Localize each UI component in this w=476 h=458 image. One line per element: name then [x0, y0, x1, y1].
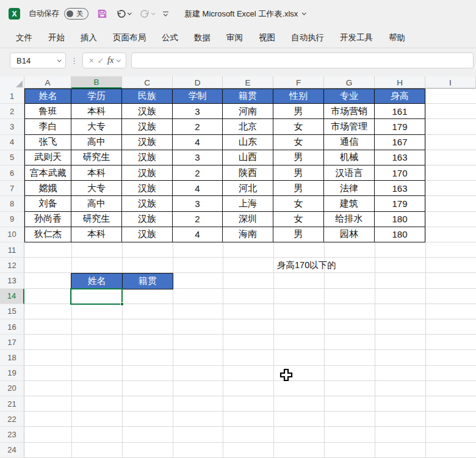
row-header-16[interactable]: 16	[0, 319, 24, 335]
cell-A3[interactable]: 李白	[24, 119, 71, 134]
cell-F9[interactable]: 女	[273, 212, 324, 227]
cell-H4[interactable]: 167	[375, 135, 425, 150]
row-header-6[interactable]: 6	[0, 165, 24, 181]
cell-F6[interactable]: 男	[273, 165, 324, 181]
cell-A4[interactable]: 张飞	[24, 135, 71, 150]
cell-D7[interactable]: 4	[173, 181, 223, 196]
note-cell-f12[interactable]: 身高170以下的	[277, 258, 336, 273]
row-header-7[interactable]: 7	[0, 181, 24, 196]
column-header-E[interactable]: E	[223, 76, 273, 89]
cell-G1[interactable]: 专业	[324, 89, 375, 104]
cell-G10[interactable]: 园林	[324, 227, 375, 242]
column-header-G[interactable]: G	[324, 76, 375, 89]
cell-C1[interactable]: 民族	[122, 89, 173, 104]
cell-C7[interactable]: 汉族	[122, 181, 173, 196]
cell-B2[interactable]: 本科	[71, 104, 122, 119]
cell-E4[interactable]: 山东	[223, 135, 273, 150]
cell-H10[interactable]: 180	[375, 227, 425, 242]
row-header-20[interactable]: 20	[0, 381, 24, 396]
cell-C10[interactable]: 汉族	[122, 227, 173, 242]
row-header-10[interactable]: 10	[0, 227, 24, 242]
insert-function-icon[interactable]: fx	[107, 56, 114, 65]
cell-H3[interactable]: 179	[375, 119, 425, 134]
row-header-1[interactable]: 1	[0, 89, 24, 104]
cell-E2[interactable]: 河南	[223, 104, 273, 119]
cell-E3[interactable]: 北京	[223, 119, 273, 134]
row-header-4[interactable]: 4	[0, 135, 24, 150]
sheet-grid[interactable]: 身高170以下的 姓名 籍贯 1234567891011121314151617…	[0, 89, 476, 458]
cell-F7[interactable]: 男	[273, 181, 324, 196]
cell-B4[interactable]: 高中	[71, 135, 122, 150]
cell-H8[interactable]: 179	[375, 196, 425, 211]
cell-C9[interactable]: 汉族	[122, 212, 173, 227]
cell-E10[interactable]: 海南	[223, 227, 273, 242]
cell-G6[interactable]: 汉语言	[324, 165, 375, 181]
cell-H6[interactable]: 170	[375, 165, 425, 181]
cell-F3[interactable]: 女	[273, 119, 324, 134]
cell-B9[interactable]: 研究生	[71, 212, 122, 227]
row-header-5[interactable]: 5	[0, 150, 24, 165]
menu-tab-page-layout[interactable]: 页面布局	[107, 30, 152, 46]
autosave-toggle[interactable]: 关	[64, 8, 88, 20]
cell-D4[interactable]: 4	[173, 135, 223, 150]
select-all-corner[interactable]	[0, 76, 24, 89]
row-header-11[interactable]: 11	[0, 242, 24, 258]
cell-A10[interactable]: 狄仁杰	[24, 227, 71, 242]
cell-F4[interactable]: 女	[273, 135, 324, 150]
cell-C8[interactable]: 汉族	[122, 196, 173, 211]
cell-B7[interactable]: 大专	[71, 181, 122, 196]
formula-input[interactable]	[131, 53, 474, 68]
cell-F1[interactable]: 性别	[273, 89, 324, 104]
row-header-14[interactable]: 14	[0, 289, 24, 304]
cell-D6[interactable]: 2	[173, 165, 223, 181]
name-box[interactable]: B14	[10, 53, 66, 68]
cell-D2[interactable]: 3	[173, 104, 223, 119]
menu-tab-automate[interactable]: 自动执行	[285, 30, 330, 46]
cell-G9[interactable]: 给排水	[324, 212, 375, 227]
cell-C6[interactable]: 汉族	[122, 165, 173, 181]
cell-E9[interactable]: 深圳	[223, 212, 273, 227]
cell-A2[interactable]: 鲁班	[24, 104, 71, 119]
cell-G7[interactable]: 法律	[324, 181, 375, 196]
column-header-I[interactable]: I	[425, 76, 476, 89]
undo-button[interactable]	[116, 9, 131, 19]
column-header-H[interactable]: H	[375, 76, 425, 89]
sub-table-header-origin[interactable]: 籍贯	[122, 273, 173, 289]
cell-H5[interactable]: 163	[375, 150, 425, 165]
menu-tab-developer[interactable]: 开发工具	[334, 30, 379, 46]
cell-C3[interactable]: 汉族	[122, 119, 173, 134]
row-header-8[interactable]: 8	[0, 196, 24, 211]
row-header-23[interactable]: 23	[0, 427, 24, 442]
enter-formula-icon[interactable]: ✓	[98, 56, 104, 65]
cell-E5[interactable]: 山西	[223, 150, 273, 165]
cell-E7[interactable]: 河北	[223, 181, 273, 196]
menu-tab-help[interactable]: 帮助	[383, 30, 411, 46]
cell-H1[interactable]: 身高	[375, 89, 425, 104]
cell-B8[interactable]: 高中	[71, 196, 122, 211]
menu-tab-formulas[interactable]: 公式	[156, 30, 184, 46]
row-header-12[interactable]: 12	[0, 258, 24, 273]
cell-G4[interactable]: 通信	[324, 135, 375, 150]
document-title[interactable]: 新建 Microsoft Excel 工作表.xlsx	[184, 9, 306, 20]
menu-tab-data[interactable]: 数据	[188, 30, 217, 46]
column-header-A[interactable]: A	[24, 76, 71, 89]
cell-A5[interactable]: 武则天	[24, 150, 71, 165]
cell-B6[interactable]: 本科	[71, 165, 122, 181]
row-header-13[interactable]: 13	[0, 273, 24, 288]
cell-B10[interactable]: 本科	[71, 227, 122, 242]
cell-E8[interactable]: 上海	[223, 196, 273, 211]
row-header-17[interactable]: 17	[0, 335, 24, 350]
cell-E6[interactable]: 陕西	[223, 165, 273, 181]
menu-tab-review[interactable]: 审阅	[220, 30, 249, 46]
cell-G3[interactable]: 市场管理	[324, 119, 375, 134]
redo-button[interactable]	[140, 9, 155, 19]
row-header-19[interactable]: 19	[0, 366, 24, 381]
cell-A8[interactable]: 刘备	[24, 196, 71, 211]
fill-handle[interactable]	[120, 302, 124, 306]
column-header-D[interactable]: D	[173, 76, 223, 89]
menu-tab-view[interactable]: 视图	[253, 30, 281, 46]
menu-tab-home[interactable]: 开始	[42, 30, 71, 46]
cell-F10[interactable]: 男	[273, 227, 324, 242]
row-header-2[interactable]: 2	[0, 104, 24, 119]
cell-C4[interactable]: 汉族	[122, 135, 173, 150]
